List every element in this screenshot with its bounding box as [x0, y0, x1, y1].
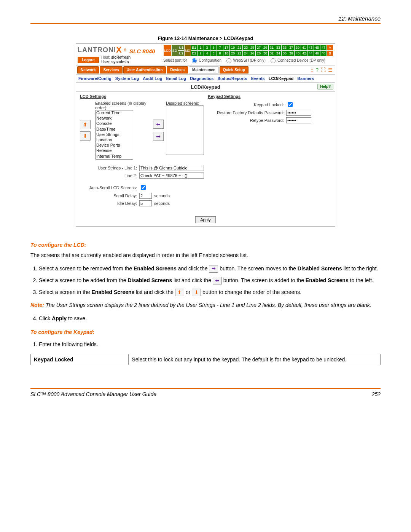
arrow-up-icon: ⬆ [175, 289, 184, 296]
brand-logo: LANTRONIX ® SLC 8040 [78, 45, 155, 54]
subnav-events[interactable]: Events [251, 76, 265, 81]
configure-lcd-heading: To configure the LCD: [30, 242, 381, 248]
move-left-button[interactable]: ⬅ [153, 120, 164, 129]
autoscroll-checkbox[interactable] [141, 185, 146, 190]
scroll-delay-input[interactable] [139, 193, 152, 199]
arrow-right-icon: ➡ [209, 265, 218, 273]
configure-keypad-heading: To configure the Keypad: [30, 329, 381, 335]
lcd-steps-list: Select a screen to be removed from the E… [30, 265, 381, 297]
enabled-screens-label: Enabled screens (in display order): [95, 101, 151, 110]
idle-delay-input[interactable] [139, 200, 152, 206]
list-item: Select a screen to be added from the Dis… [39, 276, 381, 284]
lcd-keypad-ui: LANTRONIX ® SLC 8040 Logout Host: slcRef… [76, 43, 335, 227]
home-icon[interactable]: ⌂ [311, 67, 314, 73]
tab-devices[interactable]: Devices [167, 66, 188, 73]
subnav-diagnostics[interactable]: Diagnostics [190, 76, 213, 81]
idle-delay-label: Idle Delay: [80, 201, 137, 206]
user-string-line2-label: Line 2: [80, 173, 137, 178]
tab-user-authentication[interactable]: User Authentication [123, 66, 166, 73]
retype-password-input[interactable] [286, 117, 311, 123]
maintenance-subnav: Firmware/Config System Log Audit Log Ema… [76, 75, 335, 83]
main-tabs: Network Services User Authentication Dev… [76, 65, 335, 75]
subnav-systemlog[interactable]: System Log [115, 76, 139, 81]
tab-maintenance[interactable]: Maintenance [189, 66, 219, 73]
disabled-screens-list[interactable] [166, 105, 204, 155]
portmode-config-radio[interactable] [192, 58, 197, 63]
list-item: Click Apply to save. [39, 315, 381, 322]
context-help-button[interactable]: Help? [317, 84, 333, 89]
restore-password-label: Restore Factory Defaults Password: [208, 110, 284, 115]
list-item: Select a screen in the Enabled Screens l… [39, 288, 381, 296]
logout-button[interactable]: Logout [78, 57, 99, 63]
user-string-line1-label: User Strings - Line 1: [80, 166, 137, 170]
figure-caption: Figure 12-14 Maintenance > LCD/Keypad [30, 35, 381, 41]
help-icon[interactable]: ? [316, 67, 319, 73]
subnav-auditlog[interactable]: Audit Log [143, 76, 162, 81]
list-item: Enter the following fields. [39, 340, 381, 348]
user-string-line1-input[interactable] [139, 165, 204, 171]
arrow-left-icon: ⬅ [213, 277, 222, 284]
keypad-fields-table: Keypad Locked Select this to lock out an… [30, 354, 381, 365]
field-desc-cell: Select this to lock out any input to the… [129, 354, 381, 365]
note-paragraph: Note: The User Strings screen displays t… [30, 302, 381, 309]
subnav-status[interactable]: Status/Reports [217, 76, 247, 81]
tab-quick-setup[interactable]: Quick Setup [220, 66, 249, 73]
user-string-line2-input[interactable] [139, 173, 204, 179]
keypad-settings-heading: Keypad Settings [208, 94, 331, 99]
portmode-connected-radio[interactable] [271, 58, 276, 63]
keypad-steps-list: Enter the following fields. [30, 340, 381, 348]
autoscroll-label: Auto-Scroll LCD Screens: [80, 185, 137, 190]
tab-services[interactable]: Services [100, 66, 122, 73]
subnav-emaillog[interactable]: Email Log [166, 76, 186, 81]
apply-button[interactable]: Apply [195, 216, 216, 223]
restore-password-input[interactable] [286, 110, 311, 116]
move-right-button[interactable]: ➡ [153, 132, 164, 141]
expand-icon[interactable]: ⛶ [321, 67, 326, 73]
table-row: Keypad Locked Select this to lock out an… [31, 354, 381, 365]
portmode-webssh-radio[interactable] [226, 58, 231, 63]
lcd-steps-list-cont: Click Apply to save. [30, 315, 381, 322]
move-down-button[interactable]: ⬇ [80, 131, 91, 141]
subnav-banners[interactable]: Banners [297, 76, 314, 81]
chapter-header: 12: Maintenance [30, 15, 381, 24]
retype-password-label: Retype Password: [208, 118, 284, 123]
keypad-locked-checkbox[interactable] [288, 102, 293, 107]
subnav-firmware[interactable]: Firmware/Config [78, 76, 112, 81]
enabled-screens-list[interactable]: Current TimeNetworkConsoleDate/TimeUser … [95, 110, 133, 160]
scroll-delay-label: Scroll Delay: [80, 193, 137, 198]
tab-network[interactable]: Network [77, 66, 99, 73]
list-item: Select a screen to be removed from the E… [39, 265, 381, 273]
arrow-down-icon: ⬇ [192, 289, 201, 296]
page-title: LCD/Keypad [191, 84, 220, 90]
disabled-screens-label: Disabled screens: [166, 101, 204, 105]
intro-paragraph: The screens that are currently enabled a… [30, 252, 381, 259]
field-name-cell: Keypad Locked [31, 354, 129, 365]
move-up-button[interactable]: ⬆ [80, 120, 91, 129]
lcd-settings-heading: LCD Settings [80, 94, 204, 99]
port-status-grid[interactable]: LCDSDU1MDE113571719212325272931333537394… [163, 45, 333, 63]
subnav-lcdkeypad[interactable]: LCD/Keypad [269, 76, 293, 81]
keypad-locked-label: Keypad Locked: [208, 102, 284, 107]
host-user-info: Host: slcRefresh User: sysadmin [101, 55, 131, 64]
page-footer: SLC™ 8000 Advanced Console Manager User … [30, 388, 381, 397]
list-icon[interactable]: ☰ [328, 67, 333, 73]
